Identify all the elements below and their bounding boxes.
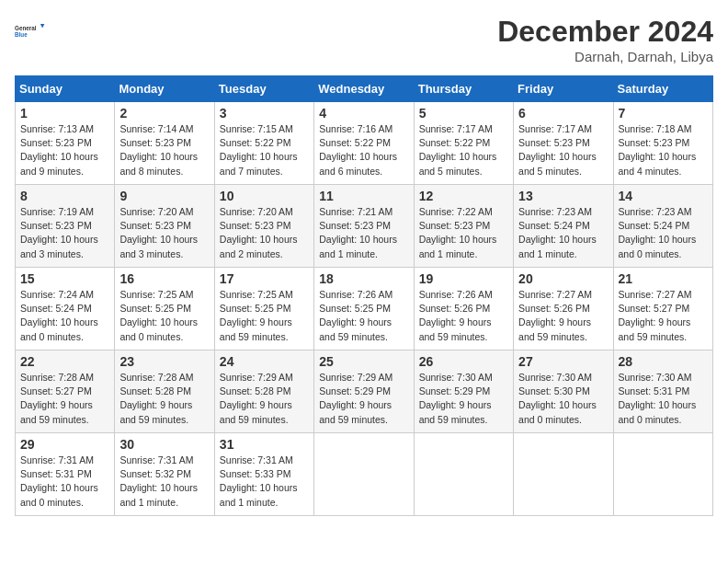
svg-marker-2: [40, 24, 45, 29]
day-info: Sunrise: 7:31 AMSunset: 5:33 PMDaylight:…: [220, 454, 309, 510]
day-info: Sunrise: 7:27 AMSunset: 5:27 PMDaylight:…: [619, 288, 708, 344]
table-row: 22 Sunrise: 7:28 AMSunset: 5:27 PMDaylig…: [16, 350, 115, 433]
day-number: 19: [419, 271, 508, 286]
day-info: Sunrise: 7:25 AMSunset: 5:25 PMDaylight:…: [119, 288, 209, 344]
day-info: Sunrise: 7:17 AMSunset: 5:23 PMDaylight:…: [518, 122, 608, 178]
day-info: Sunrise: 7:20 AMSunset: 5:23 PMDaylight:…: [220, 205, 309, 261]
day-number: 11: [319, 189, 408, 203]
day-info: Sunrise: 7:31 AMSunset: 5:32 PMDaylight:…: [119, 454, 209, 510]
day-number: 12: [419, 189, 508, 203]
day-number: 2: [119, 106, 209, 121]
table-row: 18 Sunrise: 7:26 AMSunset: 5:25 PMDaylig…: [314, 268, 414, 350]
day-number: 30: [119, 437, 209, 452]
day-info: Sunrise: 7:23 AMSunset: 5:24 PMDaylight:…: [619, 205, 708, 261]
day-number: 23: [119, 354, 209, 369]
table-row: 13 Sunrise: 7:23 AMSunset: 5:24 PMDaylig…: [514, 185, 613, 268]
table-row: 15 Sunrise: 7:24 AMSunset: 5:24 PMDaylig…: [16, 268, 115, 350]
day-number: 10: [220, 189, 309, 203]
col-friday: Friday: [514, 76, 613, 102]
table-row: 28 Sunrise: 7:30 AMSunset: 5:31 PMDaylig…: [613, 350, 712, 433]
day-info: Sunrise: 7:29 AMSunset: 5:29 PMDaylight:…: [319, 371, 408, 427]
svg-text:Blue: Blue: [15, 31, 28, 38]
day-number: 16: [119, 271, 209, 286]
day-number: 8: [20, 189, 109, 203]
table-row: 11 Sunrise: 7:21 AMSunset: 5:23 PMDaylig…: [314, 185, 414, 268]
day-info: Sunrise: 7:14 AMSunset: 5:23 PMDaylight:…: [119, 122, 209, 178]
day-info: Sunrise: 7:15 AMSunset: 5:22 PMDaylight:…: [220, 122, 309, 178]
empty-cell: [414, 433, 513, 516]
header-row: Sunday Monday Tuesday Wednesday Thursday…: [16, 76, 713, 102]
day-number: 18: [319, 271, 408, 286]
logo-icon: General Blue: [15, 15, 48, 48]
empty-cell: [514, 433, 613, 516]
day-number: 24: [220, 354, 309, 369]
day-info: Sunrise: 7:26 AMSunset: 5:25 PMDaylight:…: [319, 288, 408, 344]
day-number: 9: [119, 189, 209, 203]
calendar-row: 1 Sunrise: 7:13 AMSunset: 5:23 PMDayligh…: [16, 102, 713, 185]
day-number: 1: [20, 106, 109, 121]
title-block: December 2024 Darnah, Darnah, Libya: [497, 15, 713, 64]
day-number: 14: [619, 189, 708, 203]
calendar-row: 29 Sunrise: 7:31 AMSunset: 5:31 PMDaylig…: [16, 433, 713, 516]
day-number: 17: [220, 271, 309, 286]
table-row: 24 Sunrise: 7:29 AMSunset: 5:28 PMDaylig…: [214, 350, 313, 433]
day-info: Sunrise: 7:28 AMSunset: 5:27 PMDaylight:…: [20, 371, 109, 427]
table-row: 9 Sunrise: 7:20 AMSunset: 5:23 PMDayligh…: [115, 185, 214, 268]
table-row: 8 Sunrise: 7:19 AMSunset: 5:23 PMDayligh…: [16, 185, 115, 268]
table-row: 30 Sunrise: 7:31 AMSunset: 5:32 PMDaylig…: [115, 433, 214, 516]
day-number: 27: [518, 354, 608, 369]
calendar-row: 15 Sunrise: 7:24 AMSunset: 5:24 PMDaylig…: [16, 268, 713, 350]
day-info: Sunrise: 7:13 AMSunset: 5:23 PMDaylight:…: [20, 122, 109, 178]
day-info: Sunrise: 7:30 AMSunset: 5:30 PMDaylight:…: [518, 371, 608, 427]
table-row: 19 Sunrise: 7:26 AMSunset: 5:26 PMDaylig…: [414, 268, 513, 350]
table-row: 31 Sunrise: 7:31 AMSunset: 5:33 PMDaylig…: [214, 433, 313, 516]
day-info: Sunrise: 7:30 AMSunset: 5:29 PMDaylight:…: [419, 371, 508, 427]
day-info: Sunrise: 7:16 AMSunset: 5:22 PMDaylight:…: [319, 122, 408, 178]
table-row: 1 Sunrise: 7:13 AMSunset: 5:23 PMDayligh…: [16, 102, 115, 185]
logo: General Blue: [15, 15, 48, 48]
day-number: 28: [619, 354, 708, 369]
col-thursday: Thursday: [414, 76, 513, 102]
day-number: 22: [20, 354, 109, 369]
day-info: Sunrise: 7:19 AMSunset: 5:23 PMDaylight:…: [20, 205, 109, 261]
day-number: 15: [20, 271, 109, 286]
day-number: 13: [518, 189, 608, 203]
table-row: 6 Sunrise: 7:17 AMSunset: 5:23 PMDayligh…: [514, 102, 613, 185]
table-row: 3 Sunrise: 7:15 AMSunset: 5:22 PMDayligh…: [214, 102, 313, 185]
table-row: 21 Sunrise: 7:27 AMSunset: 5:27 PMDaylig…: [613, 268, 712, 350]
day-info: Sunrise: 7:18 AMSunset: 5:23 PMDaylight:…: [619, 122, 708, 178]
empty-cell: [314, 433, 414, 516]
table-row: 23 Sunrise: 7:28 AMSunset: 5:28 PMDaylig…: [115, 350, 214, 433]
col-sunday: Sunday: [16, 76, 115, 102]
day-number: 29: [20, 437, 109, 452]
month-title: December 2024: [497, 15, 713, 49]
day-number: 4: [319, 106, 408, 121]
table-row: 25 Sunrise: 7:29 AMSunset: 5:29 PMDaylig…: [314, 350, 414, 433]
day-info: Sunrise: 7:26 AMSunset: 5:26 PMDaylight:…: [419, 288, 508, 344]
table-row: 16 Sunrise: 7:25 AMSunset: 5:25 PMDaylig…: [115, 268, 214, 350]
table-row: 4 Sunrise: 7:16 AMSunset: 5:22 PMDayligh…: [314, 102, 414, 185]
col-saturday: Saturday: [613, 76, 712, 102]
day-number: 26: [419, 354, 508, 369]
table-row: 14 Sunrise: 7:23 AMSunset: 5:24 PMDaylig…: [613, 185, 712, 268]
day-info: Sunrise: 7:24 AMSunset: 5:24 PMDaylight:…: [20, 288, 109, 344]
day-info: Sunrise: 7:27 AMSunset: 5:26 PMDaylight:…: [518, 288, 608, 344]
day-number: 31: [220, 437, 309, 452]
table-row: 20 Sunrise: 7:27 AMSunset: 5:26 PMDaylig…: [514, 268, 613, 350]
calendar-table: Sunday Monday Tuesday Wednesday Thursday…: [15, 75, 713, 516]
location: Darnah, Darnah, Libya: [497, 49, 713, 64]
table-row: 12 Sunrise: 7:22 AMSunset: 5:23 PMDaylig…: [414, 185, 513, 268]
day-number: 20: [518, 271, 608, 286]
calendar-row: 22 Sunrise: 7:28 AMSunset: 5:27 PMDaylig…: [16, 350, 713, 433]
day-number: 6: [518, 106, 608, 121]
page-header: General Blue December 2024 Darnah, Darna…: [15, 15, 713, 64]
day-info: Sunrise: 7:20 AMSunset: 5:23 PMDaylight:…: [119, 205, 209, 261]
table-row: 5 Sunrise: 7:17 AMSunset: 5:22 PMDayligh…: [414, 102, 513, 185]
day-info: Sunrise: 7:25 AMSunset: 5:25 PMDaylight:…: [220, 288, 309, 344]
day-info: Sunrise: 7:22 AMSunset: 5:23 PMDaylight:…: [419, 205, 508, 261]
day-number: 25: [319, 354, 408, 369]
day-number: 7: [619, 106, 708, 121]
day-info: Sunrise: 7:23 AMSunset: 5:24 PMDaylight:…: [518, 205, 608, 261]
table-row: 7 Sunrise: 7:18 AMSunset: 5:23 PMDayligh…: [613, 102, 712, 185]
day-number: 5: [419, 106, 508, 121]
